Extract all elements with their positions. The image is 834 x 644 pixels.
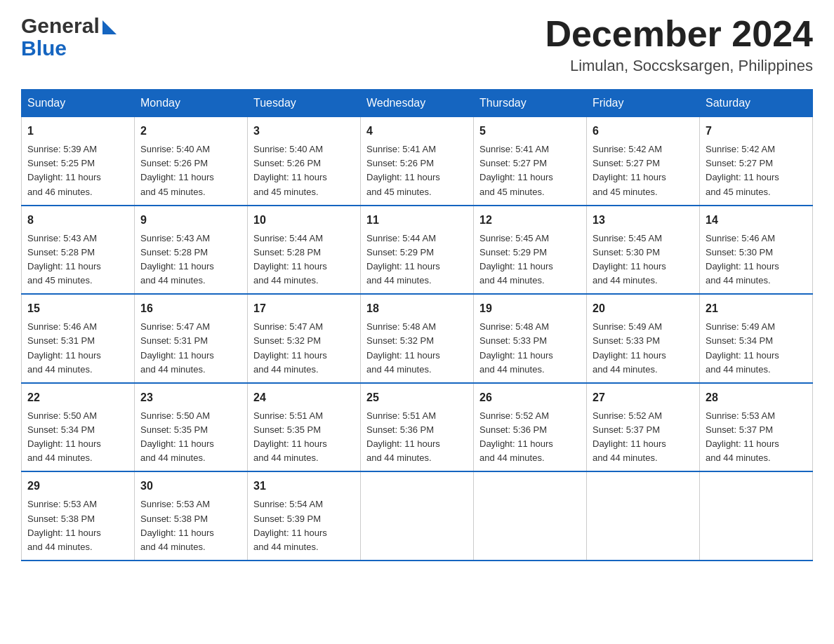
calendar-cell: 16Sunrise: 5:47 AMSunset: 5:31 PMDayligh… — [135, 294, 248, 383]
calendar-cell: 18Sunrise: 5:48 AMSunset: 5:32 PMDayligh… — [361, 294, 474, 383]
calendar-cell — [700, 471, 813, 561]
calendar-cell: 1Sunrise: 5:39 AMSunset: 5:25 PMDaylight… — [22, 117, 135, 206]
logo: General Blue — [21, 14, 117, 59]
calendar-week-row: 1Sunrise: 5:39 AMSunset: 5:25 PMDaylight… — [22, 117, 813, 206]
calendar-cell: 29Sunrise: 5:53 AMSunset: 5:38 PMDayligh… — [22, 471, 135, 561]
header-thursday: Thursday — [474, 90, 587, 117]
day-number: 19 — [479, 300, 581, 317]
day-number: 28 — [706, 389, 807, 406]
calendar-cell: 22Sunrise: 5:50 AMSunset: 5:34 PMDayligh… — [22, 383, 135, 472]
calendar-cell: 15Sunrise: 5:46 AMSunset: 5:31 PMDayligh… — [22, 294, 135, 383]
page-header: General Blue December 2024 Limulan, Socc… — [21, 14, 813, 75]
calendar-cell: 30Sunrise: 5:53 AMSunset: 5:38 PMDayligh… — [135, 471, 248, 561]
calendar-cell: 20Sunrise: 5:49 AMSunset: 5:33 PMDayligh… — [587, 294, 700, 383]
calendar-cell: 12Sunrise: 5:45 AMSunset: 5:29 PMDayligh… — [474, 206, 587, 295]
header-saturday: Saturday — [700, 90, 813, 117]
calendar-cell: 24Sunrise: 5:51 AMSunset: 5:35 PMDayligh… — [248, 383, 361, 472]
day-number: 21 — [706, 300, 807, 317]
day-number: 29 — [27, 478, 128, 495]
day-info: Sunrise: 5:42 AMSunset: 5:27 PMDaylight:… — [706, 142, 807, 199]
calendar-cell — [587, 471, 700, 561]
day-number: 17 — [253, 300, 355, 317]
calendar-cell — [361, 471, 474, 561]
day-info: Sunrise: 5:40 AMSunset: 5:26 PMDaylight:… — [140, 142, 241, 199]
calendar-week-row: 8Sunrise: 5:43 AMSunset: 5:28 PMDaylight… — [22, 206, 813, 295]
day-number: 18 — [366, 300, 468, 317]
day-info: Sunrise: 5:40 AMSunset: 5:26 PMDaylight:… — [253, 142, 355, 199]
calendar-cell: 23Sunrise: 5:50 AMSunset: 5:35 PMDayligh… — [135, 383, 248, 472]
calendar-week-row: 29Sunrise: 5:53 AMSunset: 5:38 PMDayligh… — [22, 471, 813, 561]
calendar-cell: 9Sunrise: 5:43 AMSunset: 5:28 PMDaylight… — [135, 206, 248, 295]
day-number: 9 — [140, 212, 241, 229]
calendar-cell: 28Sunrise: 5:53 AMSunset: 5:37 PMDayligh… — [700, 383, 813, 472]
calendar-cell: 19Sunrise: 5:48 AMSunset: 5:33 PMDayligh… — [474, 294, 587, 383]
logo-general-text: General — [21, 14, 100, 38]
day-info: Sunrise: 5:48 AMSunset: 5:33 PMDaylight:… — [479, 320, 581, 377]
day-info: Sunrise: 5:48 AMSunset: 5:32 PMDaylight:… — [366, 320, 468, 377]
title-block: December 2024 Limulan, Soccsksargen, Phi… — [545, 14, 813, 75]
header-sunday: Sunday — [22, 90, 135, 117]
day-info: Sunrise: 5:52 AMSunset: 5:36 PMDaylight:… — [479, 409, 581, 466]
logo-triangle-icon — [102, 20, 117, 34]
day-info: Sunrise: 5:47 AMSunset: 5:31 PMDaylight:… — [140, 320, 241, 377]
calendar-cell: 6Sunrise: 5:42 AMSunset: 5:27 PMDaylight… — [587, 117, 700, 206]
calendar-week-row: 15Sunrise: 5:46 AMSunset: 5:31 PMDayligh… — [22, 294, 813, 383]
day-number: 30 — [140, 478, 241, 495]
calendar-table: SundayMondayTuesdayWednesdayThursdayFrid… — [21, 89, 813, 561]
calendar-cell: 3Sunrise: 5:40 AMSunset: 5:26 PMDaylight… — [248, 117, 361, 206]
day-number: 27 — [593, 389, 694, 406]
calendar-header-row: SundayMondayTuesdayWednesdayThursdayFrid… — [22, 90, 813, 117]
day-number: 7 — [706, 123, 807, 140]
day-info: Sunrise: 5:45 AMSunset: 5:30 PMDaylight:… — [593, 232, 694, 288]
day-info: Sunrise: 5:44 AMSunset: 5:29 PMDaylight:… — [366, 232, 468, 288]
month-title: December 2024 — [545, 14, 813, 54]
calendar-cell: 14Sunrise: 5:46 AMSunset: 5:30 PMDayligh… — [700, 206, 813, 295]
day-number: 12 — [479, 212, 581, 229]
day-number: 4 — [366, 123, 468, 140]
day-info: Sunrise: 5:46 AMSunset: 5:31 PMDaylight:… — [27, 320, 128, 377]
day-number: 22 — [27, 389, 128, 406]
logo-blue-text: Blue — [21, 38, 67, 59]
day-info: Sunrise: 5:50 AMSunset: 5:35 PMDaylight:… — [140, 409, 241, 466]
calendar-cell: 10Sunrise: 5:44 AMSunset: 5:28 PMDayligh… — [248, 206, 361, 295]
day-number: 15 — [27, 300, 128, 317]
header-friday: Friday — [587, 90, 700, 117]
day-number: 23 — [140, 389, 241, 406]
day-info: Sunrise: 5:51 AMSunset: 5:35 PMDaylight:… — [253, 409, 355, 466]
day-info: Sunrise: 5:53 AMSunset: 5:37 PMDaylight:… — [706, 409, 807, 466]
day-number: 6 — [593, 123, 694, 140]
day-number: 26 — [479, 389, 581, 406]
day-number: 25 — [366, 389, 468, 406]
logo-line1: General — [21, 14, 117, 38]
day-number: 2 — [140, 123, 241, 140]
day-number: 16 — [140, 300, 241, 317]
calendar-cell: 2Sunrise: 5:40 AMSunset: 5:26 PMDaylight… — [135, 117, 248, 206]
day-info: Sunrise: 5:42 AMSunset: 5:27 PMDaylight:… — [593, 142, 694, 199]
header-wednesday: Wednesday — [361, 90, 474, 117]
day-info: Sunrise: 5:39 AMSunset: 5:25 PMDaylight:… — [27, 142, 128, 199]
header-tuesday: Tuesday — [248, 90, 361, 117]
day-info: Sunrise: 5:53 AMSunset: 5:38 PMDaylight:… — [140, 497, 241, 554]
calendar-cell: 7Sunrise: 5:42 AMSunset: 5:27 PMDaylight… — [700, 117, 813, 206]
day-number: 1 — [27, 123, 128, 140]
day-info: Sunrise: 5:47 AMSunset: 5:32 PMDaylight:… — [253, 320, 355, 377]
day-info: Sunrise: 5:43 AMSunset: 5:28 PMDaylight:… — [27, 232, 128, 288]
day-info: Sunrise: 5:44 AMSunset: 5:28 PMDaylight:… — [253, 232, 355, 288]
day-info: Sunrise: 5:52 AMSunset: 5:37 PMDaylight:… — [593, 409, 694, 466]
day-info: Sunrise: 5:49 AMSunset: 5:34 PMDaylight:… — [706, 320, 807, 377]
day-number: 8 — [27, 212, 128, 229]
day-number: 3 — [253, 123, 355, 140]
day-number: 13 — [593, 212, 694, 229]
calendar-cell: 26Sunrise: 5:52 AMSunset: 5:36 PMDayligh… — [474, 383, 587, 472]
calendar-cell: 8Sunrise: 5:43 AMSunset: 5:28 PMDaylight… — [22, 206, 135, 295]
calendar-cell: 5Sunrise: 5:41 AMSunset: 5:27 PMDaylight… — [474, 117, 587, 206]
day-number: 24 — [253, 389, 355, 406]
day-number: 20 — [593, 300, 694, 317]
calendar-cell: 13Sunrise: 5:45 AMSunset: 5:30 PMDayligh… — [587, 206, 700, 295]
calendar-cell: 27Sunrise: 5:52 AMSunset: 5:37 PMDayligh… — [587, 383, 700, 472]
day-info: Sunrise: 5:45 AMSunset: 5:29 PMDaylight:… — [479, 232, 581, 288]
day-info: Sunrise: 5:49 AMSunset: 5:33 PMDaylight:… — [593, 320, 694, 377]
day-info: Sunrise: 5:50 AMSunset: 5:34 PMDaylight:… — [27, 409, 128, 466]
day-info: Sunrise: 5:41 AMSunset: 5:26 PMDaylight:… — [366, 142, 468, 199]
day-info: Sunrise: 5:43 AMSunset: 5:28 PMDaylight:… — [140, 232, 241, 288]
